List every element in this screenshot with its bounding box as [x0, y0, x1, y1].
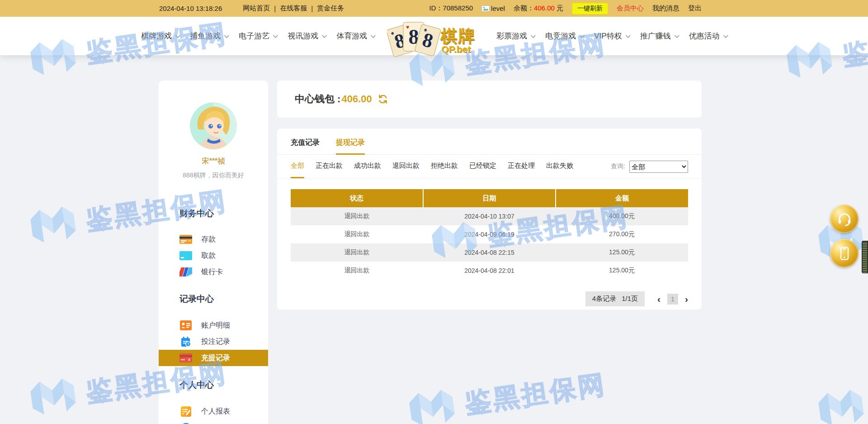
filter-paying[interactable]: 正在出款 [316, 155, 343, 178]
level-text: level [491, 5, 505, 12]
section-personal-title: 个人中心 [179, 379, 268, 391]
nav-esports-games[interactable]: 电竞游戏 [545, 31, 583, 41]
logo-domain-text: QP.bet [441, 44, 471, 55]
chevron-down-icon [723, 33, 728, 38]
user-tagline: 888棋牌，因你而美好 [159, 172, 268, 180]
headset-icon [837, 211, 852, 227]
filter-processing[interactable]: 正在处理 [508, 155, 535, 178]
filter-row: 全部 正在出款 成功出款 退回出款 拒绝出款 已经锁定 正在处理 出款失败 查询… [277, 155, 702, 179]
nav-board-games[interactable]: 棋牌游戏 [141, 31, 179, 41]
customer-service-button[interactable] [830, 205, 859, 233]
scrollbar-thumb[interactable] [862, 241, 868, 273]
watermark-logo-icon [26, 373, 80, 422]
chevron-down-icon [273, 33, 278, 38]
watermark: 鉴黑担保网 [814, 363, 868, 424]
nav-fishing-games[interactable]: 捕鱼游戏 [190, 31, 228, 41]
filter-all[interactable]: 全部 [291, 155, 304, 178]
bet-records-icon [179, 337, 192, 347]
my-messages-link[interactable]: 我的消息 [652, 4, 679, 13]
sidebar-item-security-center[interactable]: 安全中心 [159, 419, 268, 424]
chevron-down-icon [580, 33, 585, 38]
separator: | [274, 5, 276, 12]
record-tabs: 充值记录 提现记录 [277, 129, 702, 155]
sidebar-item-bet-records[interactable]: 投注记录 [159, 333, 268, 350]
sidebar-item-bank-card[interactable]: 银行卡 [159, 264, 268, 280]
pagination: 4条记录 1/1页 ‹ 1 › [291, 291, 688, 306]
deposit-withdraw-records-icon: ¥ [179, 353, 192, 363]
next-page-button[interactable]: › [685, 294, 688, 304]
col-amount: 金额 [556, 189, 688, 207]
site-logo[interactable]: 8♠ 8♥ 8♠ 棋牌 QP.bet [387, 17, 484, 60]
filter-returned[interactable]: 退回出款 [392, 155, 420, 178]
filter-failed[interactable]: 出款失败 [546, 155, 573, 178]
level-badge: level [481, 5, 505, 12]
sidebar-item-personal-report[interactable]: 个人报表 [159, 403, 268, 419]
records-summary: 4条记录 1/1页 [585, 291, 645, 306]
table-row: 退回出款2024-04-09 06:19270.00元 [291, 225, 688, 243]
withdraw-card-icon [179, 251, 192, 261]
member-center-link[interactable]: 会员中心 [617, 4, 644, 13]
chevron-down-icon [371, 33, 376, 38]
nav-promotion-earn[interactable]: 推广赚钱 [640, 31, 678, 41]
filter-rejected[interactable]: 拒绝出款 [431, 155, 458, 178]
watermark-logo-icon [814, 384, 868, 424]
broken-image-icon [481, 5, 490, 12]
balance: 余额：406.00 元 [514, 4, 563, 13]
user-id: ID：70858250 [429, 4, 473, 13]
online-service-link[interactable]: 在线客服 [280, 4, 307, 13]
personal-report-icon [179, 406, 192, 416]
watermark-logo-icon [405, 384, 459, 424]
nav-promo-activity[interactable]: 优惠活动 [689, 31, 727, 41]
col-date: 日期 [423, 189, 556, 207]
query-label: 查询: [611, 162, 625, 171]
chevron-down-icon [531, 33, 536, 38]
sidebar: 宋***祯 888棋牌，因你而美好 财务中心 存款 取款 银行卡 记录中心 [159, 81, 268, 424]
main-nav: 棋牌游戏 捕鱼游戏 电子游艺 视讯游戏 体育游戏 8♠ 8♥ 8♠ 棋牌 QP.… [0, 17, 868, 55]
chevron-down-icon [625, 33, 630, 38]
nav-live-games[interactable]: 视讯游戏 [288, 31, 326, 41]
table-row: 退回出款2024-04-10 13:07400.00元 [291, 207, 688, 225]
section-records-title: 记录中心 [179, 293, 268, 305]
floating-buttons [830, 205, 859, 273]
tab-deposit-records[interactable]: 充值记录 [291, 138, 320, 155]
table-header-row: 状态 日期 金额 [291, 189, 688, 207]
nav-slots-games[interactable]: 电子游艺 [239, 31, 277, 41]
bounty-task-link[interactable]: 赏金任务 [317, 4, 344, 13]
table-row: 退回出款2024-04-08 22:15125.00元 [291, 243, 688, 262]
table-row: 退回出款2024-04-08 22:01125.00元 [291, 262, 688, 280]
sidebar-item-deposit[interactable]: 存款 [159, 231, 268, 248]
chevron-down-icon [175, 33, 180, 38]
nav-vip-privilege[interactable]: VIP特权 [594, 31, 629, 41]
watermark: 鉴黑担保网 [405, 363, 609, 424]
section-finance-title: 财务中心 [179, 208, 268, 219]
chevron-down-icon [674, 33, 679, 38]
bank-card-icon [179, 267, 192, 277]
withdraw-records-table: 状态 日期 金额 退回出款2024-04-10 13:07400.00元 退回出… [291, 189, 688, 280]
one-key-refresh-button[interactable]: 一键刷新 [572, 3, 608, 14]
deposit-card-icon [179, 234, 192, 244]
col-status: 状态 [291, 189, 423, 207]
mobile-app-button[interactable] [830, 239, 859, 267]
sidebar-item-deposit-withdraw-records[interactable]: ¥ 充提记录 [159, 350, 268, 366]
query-select[interactable]: 全部 [629, 161, 688, 173]
sidebar-item-account-details[interactable]: 账户明细 [159, 317, 268, 333]
filter-locked[interactable]: 已经锁定 [469, 155, 496, 178]
wallet-refresh-icon[interactable] [377, 94, 388, 105]
avatar [190, 102, 237, 149]
page-number[interactable]: 1 [667, 294, 678, 305]
nav-lottery-games[interactable]: 彩票游戏 [496, 31, 534, 41]
logout-link[interactable]: 登出 [688, 4, 702, 13]
sidebar-item-withdraw[interactable]: 取款 [159, 248, 268, 264]
wallet-label: 中心钱包 : [295, 92, 340, 106]
records-card: 充值记录 提现记录 全部 正在出款 成功出款 退回出款 拒绝出款 已经锁定 正在… [277, 129, 702, 310]
prev-page-button[interactable]: ‹ [657, 294, 660, 304]
phone-icon [837, 246, 852, 261]
filter-success[interactable]: 成功出款 [354, 155, 381, 178]
topbar-links: 网站首页 | 在线客服 | 赏金任务 [243, 4, 344, 13]
wallet-card: 中心钱包 : 406.00 [277, 81, 702, 118]
tab-withdraw-records[interactable]: 提现记录 [336, 138, 365, 155]
account-details-icon [179, 320, 192, 330]
username: 宋***祯 [159, 157, 268, 166]
home-link[interactable]: 网站首页 [243, 4, 270, 13]
nav-sports-games[interactable]: 体育游戏 [336, 31, 374, 41]
